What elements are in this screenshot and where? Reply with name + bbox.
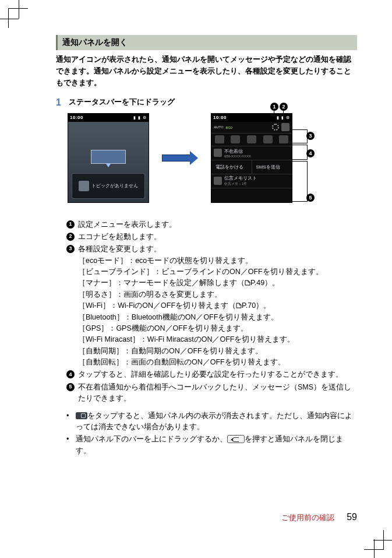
dock-app-icon [79, 181, 89, 191]
gear-icon [272, 124, 279, 131]
legend-3-item: ［明るさ］：画面の明るさを変更します。 [78, 289, 357, 300]
callout-marker-3: 3 [306, 132, 315, 140]
status-icons: ▮ ▮ ⚙ [133, 115, 147, 120]
dock-text: トピックがありません [91, 183, 138, 189]
page-ref-icon [236, 303, 242, 308]
status-time: 10:00 [70, 115, 83, 120]
legend-list: 1設定メニューを表示します。 2エコナビを起動します。 3 各種設定を変更します… [66, 219, 357, 405]
bullet-2: 通知パネル下のバーを上にドラッグするか、を押すと通知パネルを閉じます。 [76, 434, 357, 457]
toggle-icon [231, 135, 240, 143]
notification-memo: 伝言メモリスト 伝言メモ：1件 [211, 174, 292, 188]
legend-marker: 3 [66, 245, 75, 253]
callout-marker-1: 1 [270, 103, 278, 111]
legend-3-item: ［マナー］：マナーモードを設定／解除します（P.49）。 [78, 278, 357, 289]
footer-section: ご使用前の確認 [281, 513, 334, 522]
legend-3-item: ［Bluetooth］：Bluetooth機能のON／OFFを切り替えます。 [78, 312, 357, 323]
callout-line [274, 111, 274, 121]
footer-page-number: 59 [347, 512, 357, 522]
notification-missed-call: 不在着信 080-XXXX-XXXX [211, 146, 292, 160]
home-dock: トピックがありません [72, 173, 145, 199]
drag-arrow-icon [106, 164, 111, 167]
memo-title: 伝言メモリスト [224, 175, 289, 181]
page-ref-icon [245, 280, 250, 286]
missed-call-title: 不在着信 [224, 148, 289, 155]
legend-3-item: ［ecoモード］：ecoモードの状態を切り替えます。 [78, 255, 357, 266]
panel-status-time: 10:00 [213, 115, 227, 120]
legend-marker: 4 [66, 370, 75, 378]
arrow-right-icon [162, 152, 198, 164]
panel-top-row: AUTO eco [211, 122, 292, 134]
callout-marker-4: 4 [306, 149, 315, 157]
intro-paragraph: 通知アイコンが表示されたら、通知パネルを開いてメッセージや予定などの通知を確認で… [56, 54, 357, 89]
notification-actions: 電話をかける SMSを送信 [211, 160, 292, 174]
quick-toggle-row [211, 134, 292, 146]
figure-row: 10:00 ▮ ▮ ⚙ トピックがありません 10:00 ▮ ▮ ⚙ [68, 113, 357, 203]
callout-bracket [292, 129, 308, 143]
bullet-dot: • [66, 410, 72, 433]
crop-mark-bottom-right [364, 530, 384, 550]
toggle-icon [247, 135, 256, 143]
econavi-icon [281, 123, 289, 131]
legend-4: タップすると、詳細を確認したり必要な設定を行ったりすることができます。 [78, 369, 357, 380]
bullet-1: をタップすると、通知パネル内の表示が消去されます。ただし、通知内容によっては消去… [76, 410, 357, 433]
callout-bracket [292, 145, 308, 160]
panel-footer [211, 188, 292, 202]
legend-marker: 2 [66, 233, 75, 241]
toggle-icon [263, 135, 273, 143]
legend-3-item: ［ビューブラインド］：ビューブラインドのON／OFFを切り替えます。 [78, 266, 357, 278]
memo-icon [214, 177, 222, 185]
legend-1: 設定メニューを表示します。 [78, 219, 357, 230]
crop-mark-top-left [8, 8, 28, 28]
bullet-list: • をタップすると、通知パネル内の表示が消去されます。ただし、通知内容によっては… [66, 410, 357, 457]
memo-sub: 伝言メモ：1件 [224, 181, 289, 187]
legend-marker: 5 [66, 383, 75, 391]
legend-3-item: ［自動回転］：画面の自動回転のON／OFFを切り替えます。 [78, 357, 357, 368]
page-footer: ご使用前の確認 59 [281, 512, 357, 523]
legend-3-item: ［自動同期］：自動同期のON／OFFを切り替えます。 [78, 346, 357, 357]
missed-call-icon [214, 149, 222, 157]
callout-bracket [292, 161, 308, 202]
step-row: 1 ステータスバーを下にドラッグ [56, 97, 357, 108]
callout-marker-5: 5 [306, 194, 315, 202]
clear-icon [76, 412, 87, 419]
screenshot-panel-wrap: 10:00 ▮ ▮ ⚙ AUTO eco [211, 113, 292, 203]
bullet-dot: • [66, 434, 72, 457]
screenshot-home: 10:00 ▮ ▮ ⚙ トピックがありません [68, 113, 149, 203]
legend-3-item: ［Wi-Fi］：Wi-FiのON／OFFを切り替えます（P.70）。 [78, 300, 357, 311]
legend-5: 不在着信通知から着信相手へコールバックしたり、メッセージ（SMS）を送信したりで… [78, 382, 357, 405]
callback-label: 電話をかける [216, 164, 243, 170]
toggle-icon [215, 135, 224, 143]
missed-call-number: 080-XXXX-XXXX [224, 155, 289, 158]
sms-label: SMSを送信 [256, 164, 280, 170]
step-text: ステータスバーを下にドラッグ [69, 97, 175, 108]
legend-3-item: ［Wi-Fi Miracast］：Wi-Fi MiracastのON／OFFを切… [78, 334, 357, 345]
drag-hint-box [91, 150, 126, 164]
callout-line [283, 111, 284, 121]
legend-2: エコナビを起動します。 [78, 231, 357, 243]
auto-label: AUTO [214, 125, 224, 129]
eco-label: eco [226, 125, 232, 129]
legend-3-item: ［GPS］：GPS機能のON／OFFを切り替えます。 [78, 323, 357, 334]
legend-3-head: 各種設定を変更します。 [78, 244, 357, 255]
toggle-icon [279, 135, 288, 143]
step-number: 1 [56, 97, 65, 108]
screenshot-panel: 10:00 ▮ ▮ ⚙ AUTO eco [211, 113, 292, 203]
back-key-icon [227, 435, 245, 443]
legend-marker: 1 [66, 220, 75, 229]
callout-marker-2: 2 [280, 103, 288, 111]
section-title: 通知パネルを開く [56, 35, 357, 50]
